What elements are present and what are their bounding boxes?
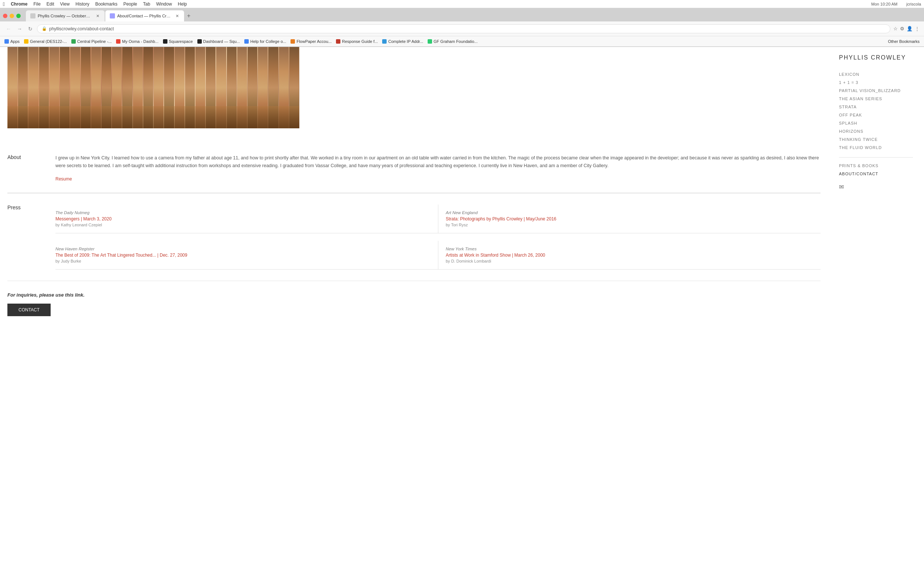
- nav-thinking-twice[interactable]: THINKING TWICE: [839, 137, 913, 142]
- nav-strata[interactable]: STRATA: [839, 105, 913, 109]
- help-favicon: [244, 39, 249, 44]
- press-item-4: New York Times Artists at Work in Stamfo…: [438, 241, 820, 270]
- bookmark-flowpaper[interactable]: FlowPaper Accou...: [291, 39, 332, 44]
- address-text: phylliscrowley.com/about-contact: [49, 26, 114, 31]
- nav-divider: [839, 157, 913, 157]
- edit-menu[interactable]: Edit: [47, 2, 54, 6]
- bookmark-response[interactable]: Response Guide f...: [336, 39, 378, 44]
- tab-close-2[interactable]: ✕: [175, 14, 180, 18]
- primary-nav: LEXICON 1 + 1 = 3 PARTIAL VISION_BLIZZAR…: [839, 72, 913, 150]
- press-title-2[interactable]: Strata: Photographs by Phyllis Crowley |…: [446, 216, 813, 221]
- press-item-3: New Haven Register The Best of 2009: The…: [55, 241, 438, 270]
- bookmark-flowpaper-label: FlowPaper Accou...: [296, 39, 332, 44]
- bookmark-graham[interactable]: GF Graham Foundatio...: [428, 39, 477, 44]
- bookmark-help-college[interactable]: Help for College o...: [244, 39, 286, 44]
- bookmark-ip-label: Complete IP Addr...: [388, 39, 423, 44]
- flow-favicon: [291, 39, 295, 44]
- reload-button[interactable]: ↻: [27, 25, 34, 32]
- tab-about-contact[interactable]: About/Contact — Phyllis Crow... ✕: [105, 10, 184, 21]
- ooma-favicon: [116, 39, 120, 44]
- apps-favicon: [5, 39, 9, 44]
- nav-1plus1[interactable]: 1 + 1 = 3: [839, 80, 913, 85]
- lock-icon: 🔒: [42, 26, 47, 31]
- profile-icon[interactable]: 👤: [907, 26, 913, 31]
- tab-label-2: About/Contact — Phyllis Crow...: [117, 14, 173, 18]
- extensions-icon[interactable]: ⚙: [900, 26, 905, 31]
- close-button[interactable]: [3, 14, 7, 18]
- nav-lexicon[interactable]: LEXICON: [839, 72, 913, 76]
- resume-link[interactable]: Resume: [55, 176, 72, 182]
- bookmark-ooma[interactable]: My Ooma - Dashb...: [116, 39, 158, 44]
- people-menu[interactable]: People: [123, 2, 137, 6]
- dash-favicon: [197, 39, 202, 44]
- secondary-nav: PRINTS & BOOKS ABOUT/CONTACT: [839, 164, 913, 176]
- email-icon[interactable]: ✉: [839, 183, 913, 190]
- bookmark-general[interactable]: General (DES122-...: [24, 39, 67, 44]
- nav-off-peak[interactable]: OFF PEAK: [839, 113, 913, 117]
- nav-asian-series[interactable]: THE ASIAN SERIES: [839, 96, 913, 101]
- window-menu[interactable]: Window: [156, 2, 172, 6]
- central-favicon: [71, 39, 76, 44]
- press-title-4[interactable]: Artists at Work in Stamford Show | March…: [446, 253, 813, 258]
- bookmark-squarespace[interactable]: Squarespace: [163, 39, 193, 44]
- other-bookmarks[interactable]: Other Bookmarks: [888, 39, 919, 44]
- address-bar[interactable]: 🔒 phylliscrowley.com/about-contact: [37, 24, 890, 33]
- site-title: PHYLLIS CROWLEY: [839, 54, 913, 61]
- bookmark-general-label: General (DES122-...: [30, 39, 67, 44]
- bookmark-star-icon[interactable]: ☆: [893, 26, 898, 31]
- water-reflection: [7, 106, 299, 128]
- help-menu[interactable]: Help: [178, 2, 187, 6]
- nav-fluid-world[interactable]: THE FLUID WORLD: [839, 145, 913, 150]
- ip-favicon: [382, 39, 387, 44]
- nav-partial-vision[interactable]: PARTIAL VISION_BLIZZARD: [839, 88, 913, 93]
- bookmark-dashboard[interactable]: Dashboard — Squ...: [197, 39, 240, 44]
- about-label: About: [7, 154, 55, 182]
- bookmarks-menu[interactable]: Bookmarks: [95, 2, 118, 6]
- maximize-button[interactable]: [16, 14, 21, 18]
- sidebar: PHYLLIS CROWLEY LEXICON 1 + 1 = 3 PARTIA…: [828, 47, 924, 578]
- bookmark-graham-label: GF Graham Foundatio...: [434, 39, 477, 44]
- press-grid: The Daily Nutmeg Messengers | March 3, 2…: [55, 205, 820, 233]
- tab-phyllis-crowley[interactable]: Phyllis Crowley — OctoberWo... ✕: [26, 10, 105, 21]
- chrome-menu[interactable]: Chrome: [11, 2, 28, 6]
- minimize-button[interactable]: [10, 14, 14, 18]
- contact-button[interactable]: CONTACT: [7, 304, 51, 316]
- press-grid-2: New Haven Register The Best of 2009: The…: [55, 241, 820, 270]
- about-text: I grew up in New York City. I learned ho…: [55, 154, 820, 170]
- press-pub-1: The Daily Nutmeg: [55, 210, 430, 215]
- nav-about-contact[interactable]: ABOUT/CONTACT: [839, 172, 913, 176]
- menu-icon[interactable]: ⋮: [915, 26, 919, 31]
- other-bookmarks-label: Other Bookmarks: [888, 39, 919, 44]
- contact-text: For inquiries, please use this link.: [7, 292, 820, 298]
- sq-favicon: [163, 39, 167, 44]
- press-title-1[interactable]: Messengers | March 3, 2020: [55, 216, 430, 221]
- bookmark-ooma-label: My Ooma - Dashb...: [122, 39, 158, 44]
- about-body: I grew up in New York City. I learned ho…: [55, 154, 820, 182]
- press-title-3[interactable]: The Best of 2009: The Art That Lingered …: [55, 253, 430, 258]
- nav-horizons[interactable]: HORIZONS: [839, 129, 913, 133]
- tab-close-1[interactable]: ✕: [95, 14, 100, 18]
- bookmark-ip[interactable]: Complete IP Addr...: [382, 39, 423, 44]
- system-user: jcriscola: [906, 2, 921, 6]
- apple-menu[interactable]: : [3, 1, 5, 7]
- bookmark-apps[interactable]: Apps: [5, 39, 19, 44]
- bookmarks-bar: Apps General (DES122-... Central Pipelin…: [0, 36, 924, 47]
- tab-favicon-2: [110, 13, 115, 18]
- general-favicon: [24, 39, 29, 44]
- bookmark-central-pipeline[interactable]: Central Pipeline -...: [71, 39, 112, 44]
- bookmark-response-label: Response Guide f...: [342, 39, 378, 44]
- history-menu[interactable]: History: [75, 2, 89, 6]
- file-menu[interactable]: File: [33, 2, 40, 6]
- nav-splash[interactable]: SPLASH: [839, 121, 913, 125]
- view-menu[interactable]: View: [60, 2, 70, 6]
- nav-prints-books[interactable]: PRINTS & BOOKS: [839, 164, 913, 168]
- press-label: Press: [7, 205, 55, 233]
- back-button[interactable]: ←: [5, 25, 13, 32]
- forward-button[interactable]: →: [16, 25, 24, 32]
- bookmark-central-label: Central Pipeline -...: [77, 39, 112, 44]
- press-item-2: Art New England Strata: Photographs by P…: [438, 205, 820, 233]
- response-favicon: [336, 39, 340, 44]
- new-tab-button[interactable]: +: [185, 13, 193, 19]
- press-pub-3: New Haven Register: [55, 247, 430, 251]
- tab-menu[interactable]: Tab: [143, 2, 150, 6]
